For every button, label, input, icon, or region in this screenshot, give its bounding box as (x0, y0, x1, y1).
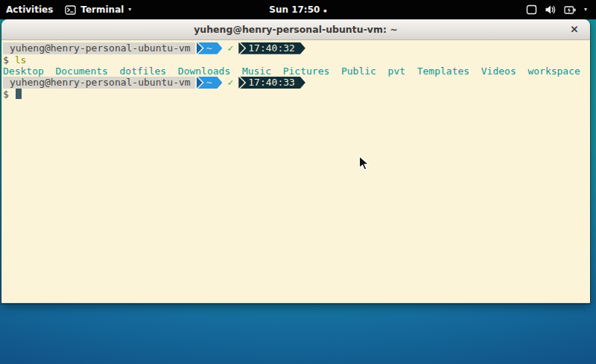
top-bar-left: Activities Terminal ▾ (0, 4, 526, 15)
terminal-content[interactable]: yuheng@henry-personal-ubuntu-vm~✓17:40:3… (1, 40, 590, 303)
system-tray[interactable]: ▾ (526, 4, 596, 15)
text-cursor (16, 89, 22, 99)
terminal-window: yuheng@henry-personal-ubuntu-vm: ~ ✕ yuh… (1, 19, 590, 304)
desktop: Activities Terminal ▾ Sun 17:50 ● (0, 0, 596, 364)
window-title: yuheng@henry-personal-ubuntu-vm: ~ (194, 24, 398, 35)
chevron-down-icon: ▾ (584, 7, 587, 13)
battery-charging-icon (564, 5, 577, 15)
command-text: ls (15, 54, 27, 66)
app-menu-label: Terminal (80, 4, 124, 15)
close-button[interactable]: ✕ (566, 22, 583, 38)
prompt-time: 17:40:32 (240, 42, 305, 54)
activities-button[interactable]: Activities (6, 4, 53, 15)
window-titlebar[interactable]: yuheng@henry-personal-ubuntu-vm: ~ ✕ (1, 19, 590, 40)
command-line: $ ls (3, 54, 590, 65)
prompt-cwd-segment: ~ (197, 77, 223, 89)
prompt-time: 17:40:33 (240, 77, 305, 89)
ls-output: Desktop Documents dotfiles Downloads Mus… (3, 66, 590, 77)
app-menu-terminal[interactable]: Terminal ▾ (65, 4, 131, 15)
top-bar: Activities Terminal ▾ Sun 17:50 ● (0, 0, 596, 19)
prompt-cwd-segment: ~ (197, 42, 223, 54)
prompt-line: yuheng@henry-personal-ubuntu-vm~✓17:40:3… (3, 42, 590, 54)
screen-icon (526, 4, 537, 15)
chevron-down-icon: ▾ (128, 7, 131, 13)
prompt-line: yuheng@henry-personal-ubuntu-vm~✓17:40:3… (3, 77, 590, 88)
spacer (9, 54, 15, 66)
prompt-user-host: yuheng@henry-personal-ubuntu-vm (3, 42, 195, 54)
volume-icon (545, 4, 557, 15)
prompt-time-segment: 17:40:32 (238, 42, 305, 54)
check-icon: ✓ (222, 77, 237, 88)
input-line[interactable]: $ (3, 89, 590, 100)
check-icon: ✓ (222, 42, 237, 54)
prompt-time-segment: 17:40:33 (238, 77, 305, 89)
prompt-sign: $ (3, 54, 9, 66)
prompt-sign: $ (3, 89, 9, 100)
spacer (9, 89, 15, 100)
terminal-icon (65, 5, 76, 15)
prompt-user-host: yuheng@henry-personal-ubuntu-vm (3, 77, 195, 89)
